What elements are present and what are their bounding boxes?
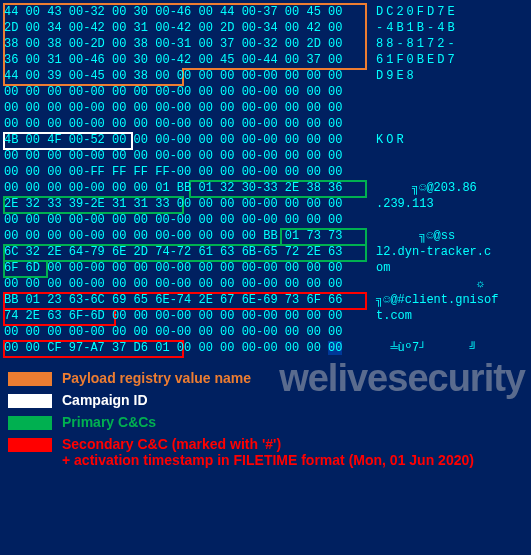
hex-row: 6F 6D 00 00-00 00 00 00-00 00 00 00-00 0… [4, 260, 527, 276]
hex-row: 00 00 00 00-00 00 00 00-00 00 00 00-00 0… [4, 276, 527, 292]
hex-row: 4B 00 4F 00-52 00 00 00-00 00 00 00-00 0… [4, 132, 527, 148]
hex-row: 44 00 39 00-45 00 38 00 00 00 00 00-00 0… [4, 68, 527, 84]
hex-row: 00 00 00 00-00 00 00 00-00 00 00 00-00 0… [4, 324, 527, 340]
swatch-white [8, 394, 52, 408]
legend-item-red: Secondary C&C (marked with '#') + activa… [8, 436, 523, 468]
hex-row: 00 00 00 00-00 00 00 00-00 00 00 00-00 0… [4, 148, 527, 164]
hex-row: 00 00 00 00-FF FF FF FF-00 00 00 00-00 0… [4, 164, 527, 180]
legend: Payload registry value name Campaign ID … [0, 356, 531, 484]
hex-row: 00 00 00 00-00 00 00 00-00 00 00 00-00 0… [4, 116, 527, 132]
swatch-green [8, 416, 52, 430]
hex-row: 74 2E 63 6F-6D 00 00 00-00 00 00 00-00 0… [4, 308, 527, 324]
hex-row: 00 00 00 00-00 00 00 00-00 00 00 00 BB 0… [4, 228, 527, 244]
swatch-red [8, 438, 52, 452]
hex-row: 00 00 00 00-00 00 00 01 BB 01 32 30-33 2… [4, 180, 527, 196]
hex-row: 2E 32 33 39-2E 31 31 33 00 00 00 00-00 0… [4, 196, 527, 212]
swatch-orange [8, 372, 52, 386]
hex-row: BB 01 23 63-6C 69 65 6E-74 2E 67 6E-69 7… [4, 292, 527, 308]
hex-row: 00 00 CF 97-A7 37 D6 01 00 00 00 00-00 0… [4, 340, 527, 356]
hex-row: 00 00 00 00-00 00 00 00-00 00 00 00-00 0… [4, 84, 527, 100]
legend-item-green: Primary C&Cs [8, 414, 523, 430]
hex-row: 38 00 38 00-2D 00 38 00-31 00 37 00-32 0… [4, 36, 527, 52]
hex-row: 2D 00 34 00-42 00 31 00-42 00 2D 00-34 0… [4, 20, 527, 36]
legend-item-orange: Payload registry value name [8, 370, 523, 386]
hex-row: 00 00 00 00-00 00 00 00-00 00 00 00-00 0… [4, 212, 527, 228]
hex-row: 00 00 00 00-00 00 00 00-00 00 00 00-00 0… [4, 100, 527, 116]
hex-dump: 44 00 43 00-32 00 30 00-46 00 44 00-37 0… [0, 0, 531, 356]
hex-row: 44 00 43 00-32 00 30 00-46 00 44 00-37 0… [4, 4, 527, 20]
legend-item-white: Campaign ID [8, 392, 523, 408]
hex-row: 6C 32 2E 64-79 6E 2D 74-72 61 63 6B-65 7… [4, 244, 527, 260]
hex-row: 36 00 31 00-46 00 30 00-42 00 45 00-44 0… [4, 52, 527, 68]
